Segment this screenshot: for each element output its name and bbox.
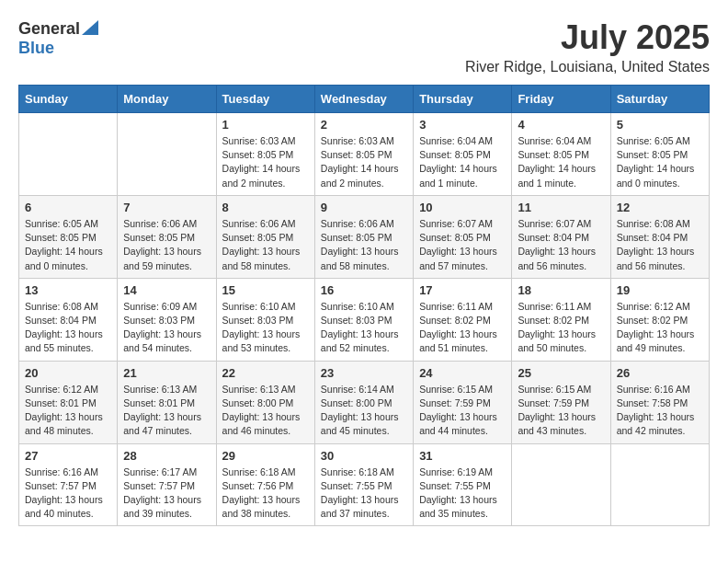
- page-subtitle: River Ridge, Louisiana, United States: [465, 59, 710, 75]
- day-number: 29: [222, 449, 309, 463]
- day-number: 22: [222, 366, 309, 380]
- day-info: Sunrise: 6:05 AM Sunset: 8:05 PM Dayligh…: [25, 217, 111, 273]
- day-info: Sunrise: 6:18 AM Sunset: 7:55 PM Dayligh…: [321, 465, 407, 522]
- calendar-cell: 29Sunrise: 6:18 AM Sunset: 7:56 PM Dayli…: [216, 443, 314, 526]
- calendar-cell: 18Sunrise: 6:11 AM Sunset: 8:02 PM Dayli…: [512, 278, 610, 361]
- calendar-cell: 7Sunrise: 6:06 AM Sunset: 8:05 PM Daylig…: [118, 195, 216, 278]
- calendar-cell: 25Sunrise: 6:15 AM Sunset: 7:59 PM Dayli…: [512, 361, 610, 443]
- calendar-cell: 6Sunrise: 6:05 AM Sunset: 8:05 PM Daylig…: [19, 195, 118, 278]
- day-number: 9: [321, 201, 407, 214]
- calendar-cell: 30Sunrise: 6:18 AM Sunset: 7:55 PM Dayli…: [314, 443, 413, 526]
- day-info: Sunrise: 6:13 AM Sunset: 8:00 PM Dayligh…: [222, 383, 309, 439]
- day-info: Sunrise: 6:12 AM Sunset: 8:01 PM Dayligh…: [25, 383, 111, 439]
- logo: General Blue: [18, 18, 98, 58]
- day-number: 16: [321, 283, 407, 297]
- day-number: 13: [25, 283, 111, 297]
- calendar-cell: 22Sunrise: 6:13 AM Sunset: 8:00 PM Dayli…: [216, 361, 314, 443]
- calendar-cell: 8Sunrise: 6:06 AM Sunset: 8:05 PM Daylig…: [216, 195, 314, 278]
- day-info: Sunrise: 6:08 AM Sunset: 8:04 PM Dayligh…: [25, 300, 111, 356]
- calendar-cell: 4Sunrise: 6:04 AM Sunset: 8:05 PM Daylig…: [512, 113, 610, 196]
- day-info: Sunrise: 6:11 AM Sunset: 8:02 PM Dayligh…: [518, 300, 604, 356]
- day-number: 30: [321, 449, 407, 463]
- logo-general-text: General: [18, 19, 80, 39]
- week-row: 6Sunrise: 6:05 AM Sunset: 8:05 PM Daylig…: [19, 195, 710, 278]
- day-info: Sunrise: 6:06 AM Sunset: 8:05 PM Dayligh…: [321, 217, 407, 273]
- days-of-week-row: SundayMondayTuesdayWednesdayThursdayFrid…: [19, 86, 710, 113]
- day-info: Sunrise: 6:10 AM Sunset: 8:03 PM Dayligh…: [222, 300, 309, 356]
- day-number: 11: [518, 201, 604, 214]
- calendar-cell: 17Sunrise: 6:11 AM Sunset: 8:02 PM Dayli…: [414, 278, 512, 361]
- calendar-cell: 19Sunrise: 6:12 AM Sunset: 8:02 PM Dayli…: [610, 278, 709, 361]
- day-of-week-saturday: Saturday: [610, 86, 709, 113]
- week-row: 1Sunrise: 6:03 AM Sunset: 8:05 PM Daylig…: [19, 113, 710, 196]
- logo-blue-text: Blue: [18, 39, 54, 57]
- logo-arrow-icon: [82, 20, 98, 39]
- day-of-week-sunday: Sunday: [19, 86, 118, 113]
- day-number: 20: [25, 366, 111, 380]
- calendar-cell: 10Sunrise: 6:07 AM Sunset: 8:05 PM Dayli…: [414, 195, 512, 278]
- calendar-cell: 28Sunrise: 6:17 AM Sunset: 7:57 PM Dayli…: [118, 443, 216, 526]
- calendar-cell: 14Sunrise: 6:09 AM Sunset: 8:03 PM Dayli…: [118, 278, 216, 361]
- day-number: 6: [25, 201, 111, 214]
- title-area: July 2025 River Ridge, Louisiana, United…: [465, 18, 710, 75]
- calendar-cell: [19, 113, 118, 196]
- day-number: 18: [518, 283, 604, 297]
- day-info: Sunrise: 6:05 AM Sunset: 8:05 PM Dayligh…: [617, 134, 703, 190]
- day-number: 15: [222, 283, 309, 297]
- calendar-cell: 13Sunrise: 6:08 AM Sunset: 8:04 PM Dayli…: [19, 278, 118, 361]
- calendar-table: SundayMondayTuesdayWednesdayThursdayFrid…: [18, 85, 710, 526]
- day-number: 25: [518, 366, 604, 380]
- week-row: 20Sunrise: 6:12 AM Sunset: 8:01 PM Dayli…: [19, 361, 710, 443]
- day-info: Sunrise: 6:04 AM Sunset: 8:05 PM Dayligh…: [518, 134, 604, 190]
- day-info: Sunrise: 6:11 AM Sunset: 8:02 PM Dayligh…: [419, 300, 506, 356]
- calendar-cell: 11Sunrise: 6:07 AM Sunset: 8:04 PM Dayli…: [512, 195, 610, 278]
- day-number: 10: [419, 201, 506, 214]
- calendar-cell: [610, 443, 709, 526]
- day-of-week-wednesday: Wednesday: [314, 86, 413, 113]
- day-number: 27: [25, 449, 111, 463]
- page-header: General Blue July 2025 River Ridge, Loui…: [18, 18, 710, 75]
- day-info: Sunrise: 6:06 AM Sunset: 8:05 PM Dayligh…: [123, 217, 210, 273]
- day-number: 28: [123, 449, 210, 463]
- day-number: 3: [419, 118, 506, 132]
- calendar-cell: 20Sunrise: 6:12 AM Sunset: 8:01 PM Dayli…: [19, 361, 118, 443]
- day-info: Sunrise: 6:07 AM Sunset: 8:04 PM Dayligh…: [518, 217, 604, 273]
- svg-marker-0: [82, 20, 98, 35]
- day-info: Sunrise: 6:07 AM Sunset: 8:05 PM Dayligh…: [419, 217, 506, 273]
- calendar-header: SundayMondayTuesdayWednesdayThursdayFrid…: [19, 86, 710, 113]
- calendar-cell: 9Sunrise: 6:06 AM Sunset: 8:05 PM Daylig…: [314, 195, 413, 278]
- calendar-cell: 27Sunrise: 6:16 AM Sunset: 7:57 PM Dayli…: [19, 443, 118, 526]
- calendar-cell: 12Sunrise: 6:08 AM Sunset: 8:04 PM Dayli…: [610, 195, 709, 278]
- day-of-week-friday: Friday: [512, 86, 610, 113]
- day-info: Sunrise: 6:10 AM Sunset: 8:03 PM Dayligh…: [321, 300, 407, 356]
- day-info: Sunrise: 6:15 AM Sunset: 7:59 PM Dayligh…: [518, 383, 604, 439]
- day-number: 31: [419, 449, 506, 463]
- calendar-cell: 21Sunrise: 6:13 AM Sunset: 8:01 PM Dayli…: [118, 361, 216, 443]
- day-number: 21: [123, 366, 210, 380]
- day-info: Sunrise: 6:19 AM Sunset: 7:55 PM Dayligh…: [419, 465, 506, 522]
- day-number: 19: [617, 283, 703, 297]
- calendar-cell: 5Sunrise: 6:05 AM Sunset: 8:05 PM Daylig…: [610, 113, 709, 196]
- day-number: 24: [419, 366, 506, 380]
- day-number: 26: [617, 366, 703, 380]
- day-of-week-tuesday: Tuesday: [216, 86, 314, 113]
- day-info: Sunrise: 6:18 AM Sunset: 7:56 PM Dayligh…: [222, 465, 309, 522]
- calendar-cell: 23Sunrise: 6:14 AM Sunset: 8:00 PM Dayli…: [314, 361, 413, 443]
- calendar-cell: 26Sunrise: 6:16 AM Sunset: 7:58 PM Dayli…: [610, 361, 709, 443]
- day-of-week-monday: Monday: [118, 86, 216, 113]
- calendar-cell: 3Sunrise: 6:04 AM Sunset: 8:05 PM Daylig…: [414, 113, 512, 196]
- day-number: 2: [321, 118, 407, 132]
- calendar-cell: [512, 443, 610, 526]
- day-number: 14: [123, 283, 210, 297]
- calendar-cell: [118, 113, 216, 196]
- calendar-cell: 2Sunrise: 6:03 AM Sunset: 8:05 PM Daylig…: [314, 113, 413, 196]
- calendar-cell: 24Sunrise: 6:15 AM Sunset: 7:59 PM Dayli…: [414, 361, 512, 443]
- day-number: 12: [617, 201, 703, 214]
- day-info: Sunrise: 6:15 AM Sunset: 7:59 PM Dayligh…: [419, 383, 506, 439]
- day-info: Sunrise: 6:08 AM Sunset: 8:04 PM Dayligh…: [617, 217, 703, 273]
- day-info: Sunrise: 6:06 AM Sunset: 8:05 PM Dayligh…: [222, 217, 309, 273]
- calendar-body: 1Sunrise: 6:03 AM Sunset: 8:05 PM Daylig…: [19, 113, 710, 526]
- day-info: Sunrise: 6:16 AM Sunset: 7:58 PM Dayligh…: [617, 383, 703, 439]
- week-row: 27Sunrise: 6:16 AM Sunset: 7:57 PM Dayli…: [19, 443, 710, 526]
- day-number: 8: [222, 201, 309, 214]
